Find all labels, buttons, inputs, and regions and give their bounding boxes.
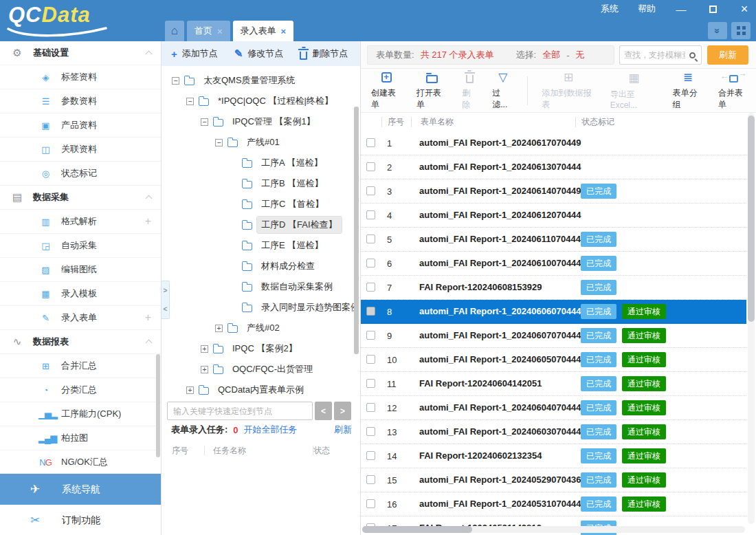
table-row[interactable]: 3automi_FAI Report-1_20240614070449已完成: [361, 179, 746, 204]
sidebar-item-relation-data[interactable]: ◫关联资料: [0, 138, 161, 162]
sidebar-item-format-parse[interactable]: ▥格式解析+: [0, 210, 161, 234]
row-checkbox[interactable]: [366, 234, 375, 243]
tree-node[interactable]: −*IPQC|OQC 【过程检|终检】: [162, 91, 355, 111]
tree-node[interactable]: 工序A 【巡检】: [162, 153, 355, 173]
sidebar-section-data-collection[interactable]: ▤数据采集: [0, 186, 161, 210]
tree-node[interactable]: +OQC/FQC-出货管理: [162, 359, 355, 380]
form-search-input[interactable]: [620, 50, 689, 60]
sidebar-item-system-nav[interactable]: ✈系统导航: [0, 474, 161, 505]
table-row[interactable]: 16automi_FAI Report-1_20240531070444已完成通…: [361, 492, 746, 516]
vertical-scrollbar-track[interactable]: [748, 113, 755, 524]
chevron-up-icon[interactable]: [146, 195, 153, 202]
tree-node[interactable]: 工序E 【巡检】: [162, 235, 355, 256]
table-row[interactable]: 5automi_FAI Report-1_20240611070444已完成: [361, 228, 746, 252]
delete-node-button[interactable]: 删除节点: [300, 47, 348, 60]
start-all-tasks-link[interactable]: 开始全部任务: [244, 424, 298, 436]
locate-next-button[interactable]: >: [334, 402, 351, 420]
row-checkbox[interactable]: [366, 331, 375, 340]
tree-node-label[interactable]: 材料成分检查: [257, 258, 319, 274]
sidebar-item-entry-form[interactable]: ✎录入表单+: [0, 306, 161, 330]
refresh-button[interactable]: 刷新: [707, 45, 748, 65]
collapse-right-icon[interactable]: >: [164, 287, 168, 294]
chevron-up-icon[interactable]: [146, 340, 153, 347]
row-checkbox[interactable]: [366, 162, 375, 171]
table-row[interactable]: 1automi_FAI Report-1_20240617070449: [361, 131, 746, 155]
form-group-button[interactable]: ≣表单分组: [665, 70, 711, 111]
tree-node-label[interactable]: 产线#01: [243, 134, 284, 151]
expand-box-icon[interactable]: +: [215, 325, 223, 332]
collapse-box-icon[interactable]: −: [201, 118, 208, 126]
merge-form-button[interactable]: 合并表单: [711, 70, 756, 111]
tree-node[interactable]: 工序C 【首检】: [162, 194, 355, 215]
tree-node[interactable]: −产线#01: [162, 132, 355, 153]
table-row[interactable]: 9automi_FAI Report-1_20240607070444已完成通过…: [361, 324, 746, 348]
tree-node[interactable]: 数据自动采集案例: [162, 276, 355, 297]
table-row[interactable]: 10automi_FAI Report-1_20240605070444已完成通…: [361, 348, 746, 372]
expand-box-icon[interactable]: +: [201, 366, 208, 373]
collapse-box-icon[interactable]: −: [215, 139, 223, 146]
panel-collapse-handle[interactable]: > <: [161, 281, 170, 319]
row-checkbox[interactable]: [366, 403, 375, 412]
tab-close-icon[interactable]: ×: [217, 26, 223, 36]
tree-node-label[interactable]: 工序C 【首检】: [257, 196, 328, 212]
row-checkbox[interactable]: [366, 379, 375, 388]
tasks-refresh-link[interactable]: 刷新: [334, 424, 352, 436]
locate-prev-button[interactable]: <: [315, 402, 332, 420]
filter-button[interactable]: ▽过滤...: [485, 70, 521, 111]
collapse-box-icon[interactable]: −: [186, 98, 194, 105]
tree-search-input[interactable]: [167, 402, 313, 420]
add-node-button[interactable]: +添加节点: [171, 47, 218, 60]
vertical-scrollbar-thumb[interactable]: [748, 116, 755, 322]
tree-node-label[interactable]: 录入同时显示趋势图案例: [257, 299, 355, 316]
tree-node-label[interactable]: 产线#02: [243, 320, 284, 336]
row-checkbox[interactable]: [366, 475, 375, 484]
tree-node-label[interactable]: 太友QMS质量管理系统: [199, 72, 300, 89]
row-checkbox[interactable]: [366, 138, 375, 147]
close-icon[interactable]: ×: [738, 3, 751, 15]
chevron-up-icon[interactable]: [146, 51, 153, 58]
tab-homepage[interactable]: 首页 ×: [187, 21, 230, 41]
sidebar-scrollbar[interactable]: [156, 354, 160, 457]
table-row[interactable]: 11FAI Report-120240604142051已完成通过审核: [361, 372, 746, 396]
select-none-link[interactable]: 无: [576, 49, 585, 61]
row-checkbox[interactable]: [366, 283, 375, 292]
sidebar-section-basic-settings[interactable]: ⚙基础设置: [0, 41, 161, 65]
sidebar-item-entry-template[interactable]: ▦录入模板: [0, 282, 161, 306]
table-row[interactable]: 12automi_FAI Report-1_20240604070444已完成通…: [361, 396, 746, 420]
collapse-box-icon[interactable]: −: [172, 77, 179, 85]
horizontal-scrollbar-thumb[interactable]: [362, 526, 472, 533]
sidebar-item-cpk[interactable]: ▁▅▂工序能力(CPK): [0, 402, 161, 426]
menu-help[interactable]: 帮助: [638, 3, 656, 15]
row-checkbox[interactable]: [366, 451, 375, 460]
tree-node-label[interactable]: *IPQC|OQC 【过程检|终检】: [214, 93, 337, 109]
create-form-button[interactable]: 创建表单: [364, 70, 409, 111]
tab-home-button[interactable]: ⌂: [165, 21, 184, 41]
expand-box-icon[interactable]: +: [201, 345, 208, 353]
sidebar-item-edit-drawing[interactable]: ▨编辑图纸: [0, 258, 161, 282]
plus-icon[interactable]: +: [145, 215, 151, 228]
table-row[interactable]: 14FAI Report-120240602132354已完成通过审核: [361, 444, 746, 468]
tree-node[interactable]: −IPQC管理 【案例1】: [162, 111, 355, 132]
search-icon[interactable]: [689, 52, 696, 58]
sidebar-item-category-summary[interactable]: ◔分类汇总: [0, 378, 161, 402]
row-checkbox[interactable]: [366, 355, 375, 364]
sidebar-item-parameter-data[interactable]: ☰参数资料: [0, 89, 161, 113]
tree-node[interactable]: 工序B 【巡检】: [162, 173, 355, 194]
collapse-left-icon[interactable]: <: [164, 305, 168, 313]
row-checkbox[interactable]: [366, 186, 375, 195]
table-row[interactable]: 7FAI Report-120240608153929已完成: [361, 276, 746, 300]
tree-node-label[interactable]: 工序D 【FAI检查】: [257, 217, 342, 233]
sidebar-item-status-mark[interactable]: ◎状态标记: [0, 162, 161, 186]
grid-menu-button[interactable]: [731, 22, 751, 39]
tree-node-label[interactable]: IPQC 【案例2】: [228, 340, 302, 357]
sidebar-item-auto-collect[interactable]: ◲自动采集: [0, 234, 161, 258]
modify-node-button[interactable]: ✎修改节点: [234, 47, 284, 60]
row-checkbox[interactable]: [366, 210, 375, 219]
row-checkbox[interactable]: [366, 427, 375, 436]
sidebar-item-label-data[interactable]: ◈标签资料: [0, 65, 161, 89]
menu-system[interactable]: 系统: [601, 3, 619, 15]
tree-node-label[interactable]: OQC/FQC-出货管理: [228, 361, 317, 378]
tree-node-label[interactable]: 数据自动采集案例: [257, 279, 337, 295]
tree-node-label[interactable]: 工序A 【巡检】: [257, 155, 327, 171]
tree-node-label[interactable]: QCData内置表单示例: [214, 382, 308, 398]
